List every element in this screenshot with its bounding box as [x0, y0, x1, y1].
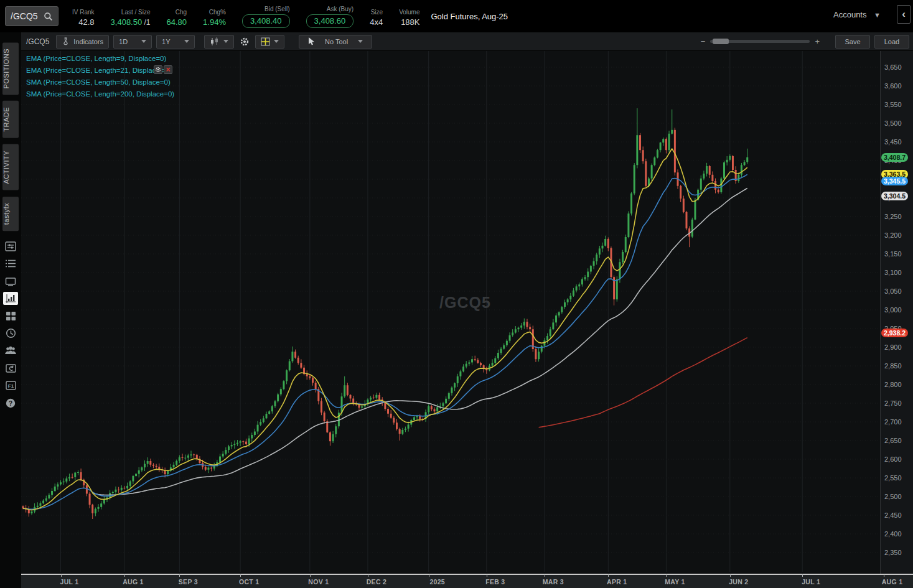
- accounts-menu[interactable]: Accounts ▼: [833, 10, 881, 19]
- price-tick-label: 2,550: [884, 474, 902, 482]
- legend-row-0[interactable]: EMA (Price=CLOSE, Length=9, Displace=0): [26, 53, 174, 65]
- quote-field-value: 42.8: [78, 17, 94, 28]
- sidebar-tab-trade[interactable]: TRADE: [2, 101, 19, 138]
- legend-text: SMA (Price=CLOSE, Length=200, Displace=0…: [26, 90, 174, 98]
- quote-field-label: Volume: [399, 8, 419, 17]
- gear-icon: [240, 37, 250, 47]
- legend-hover-controls: ×: [154, 65, 172, 74]
- price-axis[interactable]: 2,3502,4002,4502,5002,5502,6002,6502,700…: [880, 51, 913, 574]
- quote-field-label: Size: [371, 8, 383, 17]
- quote-field-value: 3,408.50 /1: [111, 17, 151, 28]
- legend-row-1[interactable]: EMA (Price=CLOSE, Length=21, Displace=0)…: [26, 65, 174, 77]
- indicator-settings-gear-icon[interactable]: [154, 65, 162, 74]
- price-tick-label: 3,100: [884, 269, 902, 276]
- quote-value-text: 3,408.60: [314, 16, 346, 26]
- quote-value-text: 64.80: [167, 17, 187, 27]
- chart-settings-gear-button[interactable]: [238, 35, 251, 49]
- quote-field-bid-sell-[interactable]: Bid (Sell)3,408.40: [242, 5, 290, 28]
- indicator-remove-icon[interactable]: ×: [164, 65, 172, 74]
- range-dropdown[interactable]: 1Y: [156, 35, 195, 49]
- axis-bubble-sma200: 2,938.2: [881, 329, 908, 337]
- chart-area[interactable]: EMA (Price=CLOSE, Length=9, Displace=0)E…: [21, 51, 913, 574]
- sidebar-tab-activity[interactable]: ACTIVITY: [2, 144, 19, 190]
- price-tick-label: 3,000: [884, 306, 902, 314]
- chevron-down-icon: [274, 40, 279, 43]
- price-tick-label: 3,500: [884, 119, 902, 127]
- help-icon[interactable]: ?: [3, 396, 18, 409]
- date-tick: [487, 574, 487, 577]
- quote-field-label: Ask (Buy): [327, 5, 353, 14]
- search-icon: [44, 12, 53, 21]
- legend-text: SMA (Price=CLOSE, Length=50, Displace=0): [26, 78, 171, 86]
- price-tick-label: 2,450: [884, 511, 902, 519]
- replay-icon[interactable]: [3, 362, 18, 375]
- date-label: NOV 1: [308, 578, 329, 586]
- quote-value-text: 42.8: [78, 17, 94, 27]
- price-tick-label: 3,150: [884, 250, 902, 258]
- price-tick-label: 3,550: [884, 101, 902, 108]
- zoom-slider-track[interactable]: [710, 40, 810, 43]
- quote-field-label: Bid (Sell): [265, 5, 290, 14]
- chart-settings-icon[interactable]: [3, 240, 18, 253]
- sidebar-tab-tastyfx[interactable]: tastyfx: [2, 197, 19, 231]
- collapse-panel-button[interactable]: ‹: [897, 5, 911, 24]
- watchlist-icon[interactable]: [3, 257, 18, 270]
- price-tick-label: 2,500: [884, 493, 902, 500]
- indicators-label: Indicators: [73, 38, 103, 45]
- chart-type-dropdown[interactable]: [204, 35, 234, 49]
- date-tick: [179, 574, 180, 577]
- date-tick: [429, 574, 429, 577]
- zoom-out-button[interactable]: −: [701, 37, 706, 46]
- quote-field-value: 3,408.40: [242, 14, 290, 28]
- sidebar-tab-positions[interactable]: POSITIONS: [2, 42, 19, 95]
- community-icon[interactable]: [3, 344, 18, 357]
- legend-text: EMA (Price=CLOSE, Length=9, Displace=0): [26, 55, 166, 62]
- svg-text:F1: F1: [7, 383, 14, 389]
- legend-row-3[interactable]: SMA (Price=CLOSE, Length=200, Displace=0…: [26, 88, 174, 100]
- drawing-tool-dropdown[interactable]: No Tool: [299, 35, 372, 49]
- accounts-label: Accounts: [833, 10, 866, 19]
- quote-field-value: 1.94%: [203, 17, 226, 28]
- date-tick: [666, 574, 667, 577]
- dashboard-grid-icon[interactable]: [3, 309, 18, 322]
- legend-row-2[interactable]: SMA (Price=CLOSE, Length=50, Displace=0): [26, 77, 174, 88]
- save-button[interactable]: Save: [835, 35, 870, 49]
- load-button[interactable]: Load: [874, 35, 909, 49]
- zoom-slider-handle[interactable]: [713, 39, 729, 44]
- date-label: 2025: [429, 578, 445, 586]
- quote-field-value: 64.80: [167, 17, 187, 28]
- date-label: SEP 3: [179, 578, 198, 586]
- trading-app-window: /GCQ5 IV Rank42.8Last / Size3,408.50 /1C…: [0, 0, 913, 588]
- date-label: AUG 1: [123, 578, 144, 586]
- date-axis[interactable]: JUL 1AUG 1SEP 3OCT 1NOV 1DEC 22025FEB 3M…: [21, 574, 913, 588]
- tv-icon[interactable]: [3, 274, 18, 287]
- quote-field-last-size: Last / Size3,408.50 /1: [111, 8, 151, 28]
- indicators-button[interactable]: Indicators: [56, 35, 109, 49]
- chevron-down-icon: [184, 40, 189, 43]
- quote-field-value: 3,408.60: [306, 14, 354, 28]
- symbol-search-box[interactable]: /GCQ5: [5, 6, 59, 26]
- svg-text:?: ?: [9, 399, 12, 407]
- chart-icon[interactable]: [3, 292, 18, 305]
- timeframe-dropdown[interactable]: 1D: [113, 35, 152, 49]
- quote-fields: IV Rank42.8Last / Size3,408.50 /1Chg64.8…: [72, 5, 420, 28]
- price-tick-label: 2,850: [884, 362, 902, 370]
- date-tick: [61, 574, 62, 577]
- date-label: FEB 3: [485, 578, 505, 586]
- f1-key-icon[interactable]: F1: [3, 379, 18, 392]
- date-tick: [545, 574, 545, 577]
- sidebar-tabs: POSITIONSTRADEACTIVITYtastyfx: [2, 32, 19, 231]
- grid-layout-dropdown[interactable]: [255, 35, 284, 49]
- quote-field-ask-buy-[interactable]: Ask (Buy)3,408.60: [306, 5, 354, 28]
- chart-panel: /GCQ5 Indicators 1D 1Y: [21, 32, 913, 588]
- quote-field-label: Chg%: [209, 8, 226, 17]
- quote-value-text: 1.94%: [203, 17, 226, 27]
- zoom-in-button[interactable]: +: [815, 37, 820, 46]
- history-clock-icon[interactable]: [3, 327, 18, 340]
- price-tick-label: 3,650: [884, 63, 902, 71]
- quote-field-label: Chg: [176, 8, 187, 17]
- quote-field-value: 4x4: [370, 17, 383, 28]
- chart-toolbar: /GCQ5 Indicators 1D 1Y: [21, 32, 913, 51]
- range-value: 1Y: [162, 38, 170, 45]
- price-tick-label: 2,700: [884, 418, 902, 426]
